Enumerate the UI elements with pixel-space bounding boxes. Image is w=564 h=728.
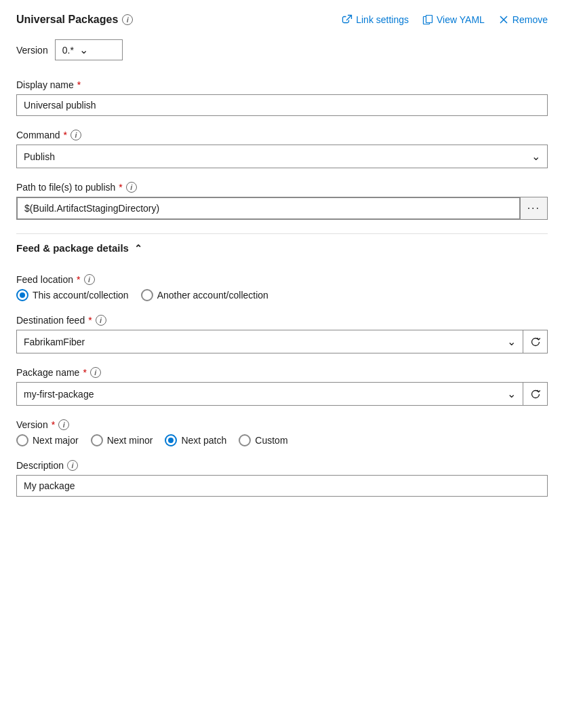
radio-another-account-label: Another account/collection — [157, 290, 268, 301]
version-radio-field: Version * i Next major Next minor Next p… — [16, 419, 548, 446]
radio-this-account-label: This account/collection — [33, 290, 129, 301]
path-field: Path to file(s) to publish * i ··· — [16, 182, 548, 220]
command-dropdown[interactable]: Publish ⌄ — [16, 145, 548, 168]
radio-this-account-dot — [20, 292, 25, 298]
destination-feed-field: Destination feed * i FabrikamFiber ⌄ — [16, 315, 548, 353]
command-required: * — [64, 130, 67, 140]
path-info-icon[interactable]: i — [126, 182, 137, 193]
destination-feed-label-row: Destination feed * i — [16, 315, 548, 326]
command-field: Command * i Publish ⌄ — [16, 130, 548, 168]
svg-line-0 — [346, 16, 351, 20]
refresh-icon — [530, 337, 541, 347]
feed-location-another-account[interactable]: Another account/collection — [141, 289, 268, 301]
version-row: Version 0.* ⌄ — [16, 39, 548, 60]
page-title-group: Universal Packages i — [16, 14, 133, 26]
view-yaml-label: View YAML — [437, 14, 485, 25]
destination-feed-dropdown[interactable]: FabrikamFiber ⌄ — [16, 330, 523, 353]
display-name-field: Display name * — [16, 79, 548, 116]
remove-label: Remove — [512, 14, 548, 25]
description-field: Description i — [16, 460, 548, 497]
svg-rect-2 — [426, 16, 432, 23]
feed-location-required: * — [77, 274, 80, 285]
feed-package-title: Feed & package details — [16, 242, 129, 254]
package-name-dropdown[interactable]: my-first-package ⌄ — [16, 382, 523, 406]
version-next-patch[interactable]: Next patch — [165, 434, 226, 446]
feed-location-label: Feed location — [16, 274, 73, 285]
feed-location-label-row: Feed location * i — [16, 274, 548, 285]
feed-location-field: Feed location * i This account/collectio… — [16, 274, 548, 301]
section-collapse-icon[interactable]: ⌃ — [134, 243, 142, 254]
destination-feed-refresh-button[interactable] — [523, 330, 548, 353]
version-radio-label-row: Version * i — [16, 419, 548, 430]
feed-location-this-account[interactable]: This account/collection — [16, 289, 129, 301]
version-value: 0.* — [62, 45, 74, 56]
package-name-info-icon[interactable]: i — [90, 367, 101, 378]
destination-feed-value: FabrikamFiber — [24, 337, 507, 347]
command-value: Publish — [24, 151, 531, 162]
radio-next-patch-label: Next patch — [181, 435, 226, 446]
link-settings-button[interactable]: Link settings — [342, 14, 409, 25]
radio-next-major-label: Next major — [33, 435, 79, 446]
package-name-field: Package name * i my-first-package ⌄ — [16, 367, 548, 406]
display-name-required: * — [77, 79, 81, 90]
destination-feed-info-icon[interactable]: i — [96, 315, 106, 326]
radio-next-patch-dot — [168, 438, 174, 443]
destination-feed-required: * — [88, 315, 92, 326]
page-title: Universal Packages — [16, 14, 118, 26]
description-label-row: Description i — [16, 460, 548, 471]
package-name-wrapper: my-first-package ⌄ — [16, 382, 548, 406]
destination-feed-label: Destination feed — [16, 315, 85, 326]
path-label: Path to file(s) to publish — [16, 182, 115, 193]
display-name-label: Display name — [16, 79, 74, 90]
version-custom[interactable]: Custom — [239, 434, 287, 446]
header: Universal Packages i Link settings View … — [16, 14, 548, 26]
display-name-input[interactable] — [16, 94, 548, 116]
description-info-icon[interactable]: i — [67, 460, 78, 471]
version-radio-label: Version — [16, 419, 48, 430]
version-radio-group: Next major Next minor Next patch Custom — [16, 434, 548, 446]
ellipsis-icon: ··· — [527, 202, 540, 214]
feed-location-radio-group: This account/collection Another account/… — [16, 289, 548, 301]
path-input[interactable] — [17, 197, 520, 219]
package-name-chevron-icon: ⌄ — [507, 387, 516, 400]
version-next-major[interactable]: Next major — [16, 434, 79, 446]
version-dropdown[interactable]: 0.* ⌄ — [55, 39, 123, 60]
path-field-wrapper: ··· — [16, 197, 548, 220]
radio-next-patch-circle — [165, 434, 177, 446]
destination-feed-chevron-icon: ⌄ — [507, 335, 516, 348]
radio-next-minor-label: Next minor — [107, 435, 153, 446]
link-settings-label: Link settings — [356, 14, 409, 25]
feed-location-info-icon[interactable]: i — [84, 274, 95, 285]
description-input[interactable] — [16, 475, 548, 497]
radio-custom-circle — [239, 434, 251, 446]
path-label-row: Path to file(s) to publish * i — [16, 182, 548, 193]
command-info-icon[interactable]: i — [70, 130, 81, 140]
radio-next-minor-circle — [91, 434, 103, 446]
remove-button[interactable]: Remove — [498, 14, 548, 25]
command-label-row: Command * i — [16, 130, 548, 140]
radio-next-major-circle — [16, 434, 28, 446]
version-radio-required: * — [52, 419, 55, 430]
header-actions: Link settings View YAML Remove — [342, 14, 548, 25]
command-label: Command — [16, 130, 60, 140]
version-next-minor[interactable]: Next minor — [91, 434, 153, 446]
link-icon — [342, 14, 352, 25]
package-name-value: my-first-package — [24, 389, 507, 400]
package-name-refresh-button[interactable] — [523, 382, 548, 406]
description-label: Description — [16, 460, 64, 471]
package-name-required: * — [83, 367, 86, 378]
destination-feed-wrapper: FabrikamFiber ⌄ — [16, 330, 548, 353]
title-info-icon[interactable]: i — [122, 14, 133, 25]
version-radio-info-icon[interactable]: i — [58, 419, 69, 430]
path-required: * — [119, 182, 122, 193]
remove-icon — [498, 14, 509, 25]
view-yaml-button[interactable]: View YAML — [422, 14, 485, 25]
radio-custom-label: Custom — [255, 435, 287, 446]
package-refresh-icon — [530, 389, 541, 400]
radio-another-account-circle — [141, 289, 153, 301]
package-name-label: Package name — [16, 367, 79, 378]
path-browse-button[interactable]: ··· — [520, 197, 547, 219]
package-name-label-row: Package name * i — [16, 367, 548, 378]
version-chevron-icon: ⌄ — [79, 43, 88, 56]
display-name-label-row: Display name * — [16, 79, 548, 90]
